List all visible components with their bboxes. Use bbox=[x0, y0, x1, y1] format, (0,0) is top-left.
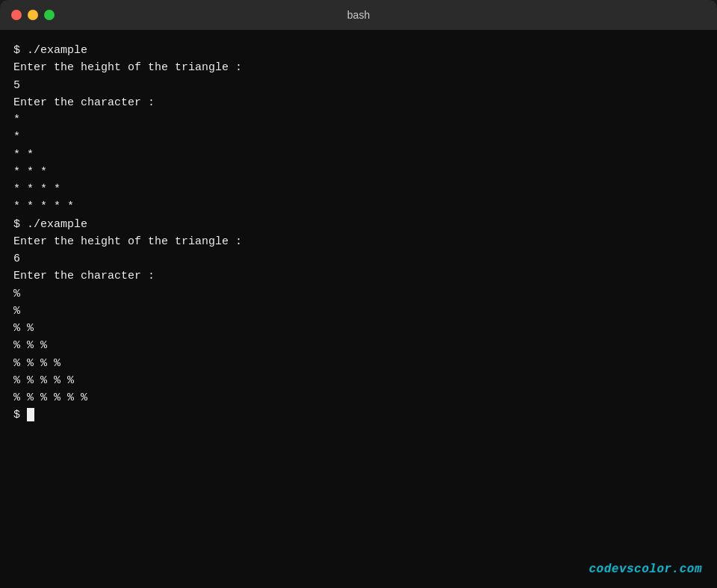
close-button[interactable] bbox=[11, 10, 22, 20]
maximize-button[interactable] bbox=[44, 10, 55, 20]
terminal-wrapper: bash $ ./example Enter the height of the… bbox=[0, 0, 717, 588]
title-bar: bash bbox=[0, 0, 717, 30]
terminal-cursor bbox=[27, 408, 34, 421]
terminal-window: bash $ ./example Enter the height of the… bbox=[0, 0, 717, 588]
terminal-output: $ ./example Enter the height of the tria… bbox=[13, 42, 704, 424]
terminal-body[interactable]: $ ./example Enter the height of the tria… bbox=[0, 30, 717, 588]
traffic-lights bbox=[11, 10, 55, 20]
minimize-button[interactable] bbox=[28, 10, 38, 20]
watermark: codevscolor.com bbox=[589, 563, 702, 576]
window-title: bash bbox=[347, 9, 370, 21]
